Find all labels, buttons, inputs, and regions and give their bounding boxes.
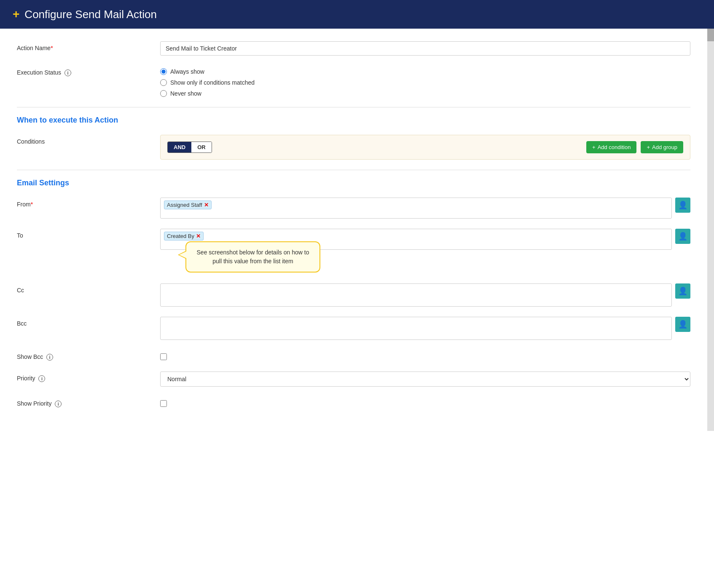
page-title: Configure Send Mail Action <box>24 8 157 21</box>
to-control: Created By ✕ See screenshot below for de… <box>160 229 690 250</box>
to-row: To Created By ✕ <box>17 229 690 250</box>
show-priority-label: Show Priority i <box>17 397 160 407</box>
divider-1 <box>17 107 690 107</box>
show-priority-checkbox[interactable] <box>160 400 167 407</box>
or-toggle-button[interactable]: OR <box>191 142 212 152</box>
action-name-input[interactable] <box>160 41 690 56</box>
cc-field-with-btn: 👤 <box>160 283 690 307</box>
bcc-person-icon: 👤 <box>678 320 687 329</box>
to-person-icon: 👤 <box>678 232 687 241</box>
execution-status-row: Execution Status i Always show Show only… <box>17 66 690 97</box>
from-label: From* <box>17 198 160 208</box>
show-bcc-control <box>160 350 690 361</box>
from-tag-assigned-staff: Assigned Staff ✕ <box>164 200 212 209</box>
add-group-plus-icon: + <box>647 144 650 150</box>
from-control: Assigned Staff ✕ 👤 <box>160 198 690 219</box>
priority-info-icon[interactable]: i <box>38 375 45 382</box>
priority-select[interactable]: Normal Low High Urgent <box>160 372 690 387</box>
from-person-button[interactable]: 👤 <box>675 198 690 213</box>
callout-tail <box>178 251 186 259</box>
to-tag-remove[interactable]: ✕ <box>196 233 201 239</box>
cc-label: Cc <box>17 283 160 294</box>
from-person-icon: 👤 <box>678 200 687 210</box>
cc-person-icon: 👤 <box>678 286 687 296</box>
bcc-row: Bcc 👤 <box>17 317 690 340</box>
add-group-button[interactable]: + Add group <box>641 141 683 153</box>
show-bcc-label: Show Bcc i <box>17 350 160 361</box>
show-priority-row: Show Priority i <box>17 397 690 408</box>
to-field-with-btn: Created By ✕ See screenshot below for de… <box>160 229 690 250</box>
from-field-with-btn: Assigned Staff ✕ 👤 <box>160 198 690 219</box>
callout-tail-inner <box>179 251 186 258</box>
main-content: Action Name* Execution Status i Always s… <box>0 29 707 431</box>
bcc-label: Bcc <box>17 317 160 327</box>
action-name-row: Action Name* <box>17 41 690 56</box>
priority-label: Priority i <box>17 372 160 382</box>
execution-status-label: Execution Status i <box>17 66 160 76</box>
email-settings-title: Email Settings <box>17 179 690 187</box>
show-priority-info-icon[interactable]: i <box>55 401 62 407</box>
to-person-button[interactable]: 👤 <box>675 229 690 244</box>
to-tag-created-by: Created By ✕ <box>164 232 204 241</box>
from-tag-input[interactable]: Assigned Staff ✕ <box>160 198 672 219</box>
priority-control: Normal Low High Urgent <box>160 372 690 387</box>
to-label: To <box>17 229 160 239</box>
conditions-box: AND OR + Add condition + Add group <box>160 135 690 160</box>
add-condition-plus-icon: + <box>592 144 596 150</box>
add-condition-button[interactable]: + Add condition <box>586 141 636 153</box>
callout-bubble: See screenshot below for details on how … <box>185 241 320 273</box>
header-plus-icon: + <box>13 8 19 21</box>
bcc-tag-input[interactable] <box>160 317 672 340</box>
scrollbar[interactable] <box>707 29 714 431</box>
from-tag-remove[interactable]: ✕ <box>204 202 209 208</box>
bcc-field-with-btn: 👤 <box>160 317 690 340</box>
cc-person-button[interactable]: 👤 <box>675 283 690 299</box>
divider-2 <box>17 170 690 170</box>
bcc-control: 👤 <box>160 317 690 340</box>
scrollbar-thumb[interactable] <box>707 29 714 41</box>
radio-never-show[interactable]: Never show <box>160 90 690 97</box>
execution-status-info-icon[interactable]: i <box>64 69 71 76</box>
show-bcc-row: Show Bcc i <box>17 350 690 361</box>
show-priority-control <box>160 397 690 408</box>
action-name-control <box>160 41 690 56</box>
cc-control: 👤 <box>160 283 690 307</box>
and-or-toggle: AND OR <box>167 142 212 153</box>
priority-row: Priority i Normal Low High Urgent <box>17 372 690 387</box>
radio-conditions-matched[interactable]: Show only if conditions matched <box>160 79 690 86</box>
from-row: From* Assigned Staff ✕ 👤 <box>17 198 690 219</box>
conditions-row: Conditions AND OR + Add condition + <box>17 135 690 160</box>
execution-status-control: Always show Show only if conditions matc… <box>160 66 690 97</box>
and-toggle-button[interactable]: AND <box>168 142 191 152</box>
cc-tag-input[interactable] <box>160 283 672 307</box>
radio-group: Always show Show only if conditions matc… <box>160 66 690 97</box>
show-bcc-checkbox[interactable] <box>160 353 167 360</box>
conditions-label: Conditions <box>17 135 160 145</box>
page-header: + Configure Send Mail Action <box>0 0 714 29</box>
radio-always-show[interactable]: Always show <box>160 68 690 75</box>
action-name-label: Action Name* <box>17 41 160 51</box>
bcc-person-button[interactable]: 👤 <box>675 317 690 332</box>
show-bcc-info-icon[interactable]: i <box>46 354 53 361</box>
conditions-control: AND OR + Add condition + Add group <box>160 135 690 160</box>
cc-row: Cc 👤 <box>17 283 690 307</box>
conditions-actions: + Add condition + Add group <box>586 141 683 153</box>
when-section-title: When to execute this Action <box>17 116 690 125</box>
